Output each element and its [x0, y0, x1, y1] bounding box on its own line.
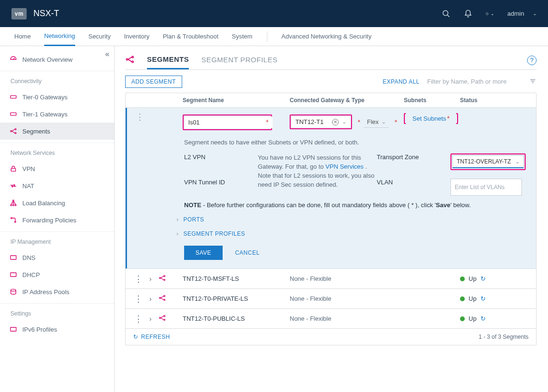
sidebar-item-overview[interactable]: Network Overview [0, 51, 114, 68]
sidebar-item-tier1[interactable]: Tier-1 Gateways [0, 105, 114, 123]
refresh-icon[interactable]: ↻ [480, 275, 486, 282]
sidebar-item-dns[interactable]: DNS [0, 249, 114, 266]
status-dot-icon [460, 296, 465, 301]
sidebar-item-label: Segments [22, 128, 50, 135]
chevron-right-icon[interactable]: › [149, 295, 152, 303]
tz-label: Transport Zone [377, 153, 450, 161]
row-gateway: None - Flexible [290, 275, 404, 282]
sidebar-item-label: DNS [22, 254, 35, 261]
search-icon[interactable] [442, 10, 450, 18]
sidebar-item-label: IP Address Pools [22, 288, 69, 296]
sidebar-group-connectivity: Connectivity [0, 71, 114, 88]
refresh-button[interactable]: ↻REFRESH [133, 334, 170, 340]
segment-icon [158, 274, 166, 283]
sidebar-item-vpn[interactable]: VPN [0, 160, 114, 177]
segprofiles-expand[interactable]: ›SEGMENT PROFILES [176, 230, 528, 237]
tab-advanced[interactable]: Advanced Networking & Security [282, 27, 372, 46]
vlan-input[interactable] [450, 179, 522, 196]
chevron-down-icon: ⌄ [515, 159, 519, 165]
sidebar-group-ipmgmt: IP Management [0, 232, 114, 249]
segment-name-input[interactable] [185, 116, 273, 128]
filter-input[interactable] [427, 78, 522, 86]
add-segment-button[interactable]: ADD SEGMENT [125, 76, 182, 88]
row-menu-icon[interactable]: ⋮ [136, 115, 144, 119]
row-menu-icon[interactable]: ⋮ [134, 296, 143, 301]
sidebar-item-ipv6[interactable]: IPv6 Profiles [0, 321, 114, 338]
tab-networking[interactable]: Networking [44, 27, 75, 46]
tab-home[interactable]: Home [14, 27, 31, 46]
row-status: Up [469, 275, 477, 282]
col-status: Status [460, 97, 536, 104]
sidebar-item-ippools[interactable]: IP Address Pools [0, 283, 114, 300]
svg-line-23 [14, 201, 16, 205]
gateway-select[interactable]: TNT12-T1✕⌄ [292, 116, 350, 127]
filter-icon[interactable] [529, 77, 537, 86]
sidebar-item-segments[interactable]: Segments [0, 123, 114, 140]
highlight-gateway: TNT12-T1✕⌄ [290, 115, 352, 129]
svg-point-9 [10, 131, 12, 132]
router-icon [10, 93, 17, 101]
save-button[interactable]: SAVE [184, 246, 223, 260]
tab-system[interactable]: System [232, 27, 252, 46]
page-tab-profiles[interactable]: SEGMENT PROFILES [201, 56, 277, 68]
refresh-icon[interactable]: ↻ [480, 315, 486, 322]
col-segname: Segment Name [183, 97, 290, 104]
chevron-down-icon: ⌄ [342, 119, 346, 125]
required-icon: * [447, 115, 450, 122]
expand-all-button[interactable]: EXPAND ALL [383, 78, 420, 85]
svg-point-32 [132, 61, 133, 62]
help-icon[interactable]: ⌄ [486, 10, 494, 18]
row-menu-icon[interactable]: ⋮ [134, 316, 143, 321]
highlight-tz: TNT12-OVERLAY-TZ⌄ [450, 153, 526, 170]
required-icon: * [266, 118, 268, 126]
ports-expand[interactable]: ›PORTS [176, 216, 528, 223]
row-menu-icon[interactable]: ⋮ [134, 277, 143, 281]
dhcp-icon [10, 271, 17, 278]
main-tab-bar: Home Networking Security Inventory Plan … [0, 27, 548, 46]
sidebar-item-nat[interactable]: NAT [0, 177, 114, 194]
svg-line-51 [160, 316, 164, 318]
chevron-right-icon[interactable]: › [149, 275, 152, 283]
collapse-icon[interactable]: « [105, 50, 109, 58]
sidebar-item-label: Tier-0 Gateways [22, 94, 68, 101]
svg-point-0 [443, 10, 448, 16]
sidebar-item-tier0[interactable]: Tier-0 Gateways [0, 88, 114, 105]
vmware-logo: vm [11, 8, 27, 19]
sidebar-item-dhcp[interactable]: DHCP [0, 266, 114, 283]
app-title: NSX-T [33, 9, 59, 19]
type-select[interactable]: Flex⌄ [364, 116, 389, 128]
svg-line-34 [128, 59, 132, 62]
svg-point-10 [15, 129, 16, 130]
refresh-icon: ↻ [133, 334, 138, 340]
tz-select[interactable]: TNT12-OVERLAY-TZ⌄ [452, 155, 524, 168]
svg-point-39 [164, 276, 165, 277]
sidebar-item-label: NAT [22, 182, 34, 190]
sidebar-item-lb[interactable]: Load Balancing [0, 194, 114, 211]
refresh-icon[interactable]: ↻ [480, 295, 486, 302]
sidebar-item-fwd[interactable]: Forwarding Policies [0, 211, 114, 229]
svg-point-30 [127, 58, 128, 60]
forward-icon [10, 216, 17, 224]
page-tab-segments[interactable]: SEGMENTS [147, 55, 189, 69]
subnet-note: Segment needs to have either Subnets or … [184, 139, 528, 146]
bell-icon[interactable] [464, 10, 472, 18]
sidebar-item-label: VPN [22, 165, 35, 172]
user-menu[interactable]: admin⌄ [508, 10, 537, 17]
clear-icon[interactable]: ✕ [332, 119, 339, 125]
svg-line-42 [160, 278, 164, 280]
loadbalance-icon [10, 199, 17, 207]
tab-plan[interactable]: Plan & Troubleshoot [163, 27, 218, 46]
row-status: Up [469, 315, 477, 322]
chevron-right-icon[interactable]: › [149, 315, 152, 323]
svg-point-18 [10, 204, 12, 206]
cancel-button[interactable]: CANCEL [235, 249, 260, 256]
svg-point-25 [15, 221, 16, 223]
vpn-services-link[interactable]: VPN Services [325, 163, 363, 170]
tab-inventory[interactable]: Inventory [124, 27, 149, 46]
segment-icon [158, 314, 166, 323]
tab-security[interactable]: Security [88, 27, 111, 46]
svg-line-33 [128, 57, 132, 59]
sidebar: « Network Overview Connectivity Tier-0 G… [0, 46, 115, 392]
set-subnets-link[interactable]: Set Subnets* [406, 112, 456, 125]
help-icon[interactable]: ? [527, 56, 537, 65]
